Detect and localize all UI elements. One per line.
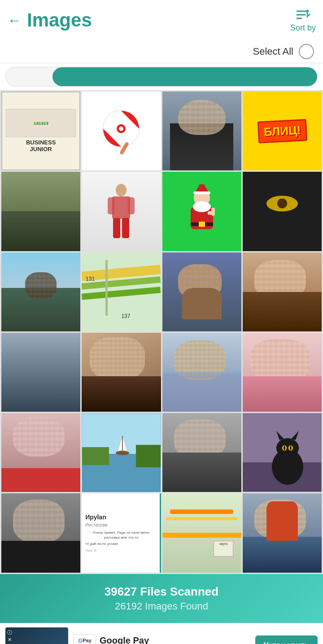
- select-all-label: Select All: [253, 46, 294, 57]
- back-button[interactable]: ←: [7, 12, 22, 29]
- svg-rect-25: [82, 447, 109, 465]
- install-button[interactable]: Установить: [255, 635, 318, 644]
- svg-point-38: [284, 446, 285, 450]
- list-item[interactable]: [162, 333, 241, 412]
- list-item[interactable]: БЛИЦ!: [243, 91, 322, 170]
- list-item[interactable]: [1, 333, 80, 412]
- svg-point-5: [119, 126, 123, 131]
- select-all-row: Select All: [0, 40, 323, 63]
- gpay-logo: GPay: [74, 634, 96, 644]
- list-item[interactable]: [82, 413, 161, 492]
- svg-rect-19: [211, 208, 215, 216]
- svg-rect-17: [193, 191, 210, 194]
- svg-rect-11: [113, 218, 120, 238]
- svg-rect-9: [108, 197, 114, 214]
- page-title: Images: [27, 9, 92, 31]
- svg-point-15: [193, 201, 211, 212]
- scan-info-bar: 39627 Files Scanned 26192 Images Found: [0, 574, 323, 623]
- svg-marker-16: [195, 184, 209, 192]
- list-item[interactable]: карта: [162, 493, 241, 572]
- ad-info-icon[interactable]: ⓘ: [7, 629, 12, 636]
- svg-rect-26: [136, 445, 161, 467]
- files-scanned-count: 39627 Files Scanned: [9, 585, 314, 599]
- ad-thumbnail: Быстро. Надёжно. G Pay ⓘ ✕: [5, 627, 68, 644]
- list-item[interactable]: [162, 172, 241, 251]
- sort-by-button[interactable]: Sort by: [290, 8, 316, 33]
- list-item[interactable]: [82, 91, 161, 170]
- svg-rect-10: [128, 197, 135, 214]
- app-header: ← Images Sort by: [0, 0, 323, 40]
- list-item[interactable]: [162, 252, 241, 331]
- ad-info: GPay Google Pay 4.5 ★ БЕСПЛАТНО: [74, 634, 250, 644]
- list-item[interactable]: 137 131: [82, 252, 161, 331]
- list-item[interactable]: [82, 333, 161, 412]
- list-item[interactable]: [1, 413, 80, 492]
- select-all-checkbox[interactable]: [299, 44, 314, 59]
- header-left: ← Images: [7, 9, 92, 31]
- svg-point-7: [116, 184, 127, 196]
- ad-gpay-row: GPay Google Pay: [74, 634, 250, 644]
- ad-title: Google Pay: [100, 635, 149, 644]
- svg-point-29: [116, 451, 129, 455]
- images-found-count: 26192 Images Found: [9, 600, 314, 612]
- list-item[interactable]: [243, 413, 322, 492]
- list-item[interactable]: [1, 172, 80, 251]
- sort-icon: [295, 8, 311, 22]
- svg-rect-12: [122, 218, 129, 238]
- list-item[interactable]: [243, 493, 322, 572]
- list-item[interactable]: [243, 172, 322, 251]
- search-bar[interactable]: [5, 67, 318, 87]
- list-item[interactable]: [82, 172, 161, 251]
- list-item[interactable]: Ируlan Инстаграм Очень привет, Ладе не п…: [82, 493, 161, 572]
- svg-rect-8: [112, 196, 130, 219]
- list-item[interactable]: [1, 252, 80, 331]
- list-item[interactable]: [243, 252, 322, 331]
- list-item[interactable]: 💵💵💵 BUSINESSJUNIOR: [1, 91, 80, 170]
- list-item[interactable]: [162, 413, 241, 492]
- list-item[interactable]: [1, 493, 80, 572]
- image-grid: 💵💵💵 BUSINESSJUNIOR: [0, 90, 323, 574]
- svg-point-39: [290, 446, 292, 450]
- ad-banner: Быстро. Надёжно. G Pay ⓘ ✕ GPay Google P…: [0, 623, 323, 644]
- sort-by-label: Sort by: [290, 23, 316, 33]
- svg-point-33: [276, 438, 299, 458]
- search-bar-container: [0, 63, 323, 90]
- ad-close-icon[interactable]: ✕: [8, 637, 12, 643]
- list-item[interactable]: [243, 333, 322, 412]
- list-item[interactable]: [162, 91, 241, 170]
- svg-rect-21: [199, 222, 205, 227]
